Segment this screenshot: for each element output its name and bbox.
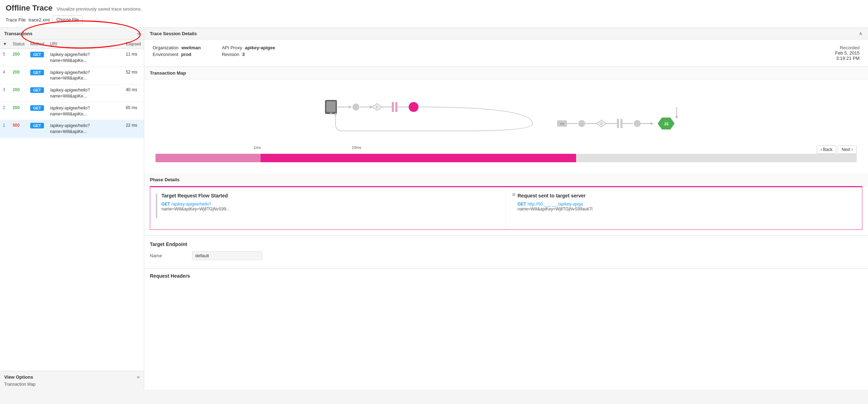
endpoint-name-value: default xyxy=(192,251,262,260)
phone-button xyxy=(330,112,332,114)
request-headers-title: Request Headers xyxy=(144,269,868,283)
revision-label: Revision xyxy=(222,52,240,57)
tx-uri: /apikey-apigee/hello? name=Will&apiKe... xyxy=(47,49,123,67)
session-details: Organization wwitman Environment prod AP… xyxy=(144,39,868,67)
table-row[interactable]: 4 200 GET /apikey-apigee/hello? name=Wil… xyxy=(0,67,144,84)
tx-status: 200 xyxy=(10,84,27,102)
col-elapsed: Elapsed xyxy=(123,39,144,49)
recorded-group: Recorded Feb 5, 2015 3:19:21 PM xyxy=(835,45,860,61)
tx-status: 200 xyxy=(10,67,27,84)
phase-card-2-url: GET http://50.___.__./apikey-apige xyxy=(518,201,593,207)
timeline-bar-magenta xyxy=(261,154,576,162)
flow-bar-1b xyxy=(395,102,397,112)
tx-uri: /apikey-apigee/hello? name=Will&apiKe... xyxy=(47,67,123,84)
tx-status: 500 xyxy=(10,120,27,138)
timeline-bar-pink xyxy=(155,154,261,162)
timeline-bar xyxy=(155,154,857,162)
choose-file-button[interactable]: Choose File xyxy=(52,15,83,24)
phase-card-2: Request sent to target server GET http:/… xyxy=(506,187,862,229)
tx-num: 1 xyxy=(0,120,10,138)
page-subtitle: Visualize previously saved trace session… xyxy=(57,6,142,12)
org-value: wwitman xyxy=(181,45,201,50)
recorded-label: Recorded xyxy=(835,45,860,50)
transactions-list-container: ▼ Status Method URI Elapsed 5 200 GET /a… xyxy=(0,39,144,371)
flow-node-1 xyxy=(352,103,359,111)
tx-elapsed: 52 ms xyxy=(123,67,144,84)
col-status: Status xyxy=(10,39,27,49)
tx-uri: /apikey-apigee/hello? name=Will&apiKe... xyxy=(47,84,123,102)
flow-diagram: F AX xyxy=(150,85,862,141)
trace-file-name: trace2.xml xyxy=(28,17,50,23)
flow-down-arrowhead xyxy=(675,116,678,119)
view-options-title: View Options xyxy=(4,374,33,380)
flow-bar-2a xyxy=(617,119,619,128)
col-sort[interactable]: ▼ xyxy=(0,39,10,49)
right-panel: Trace Session Details ∧ Organization wwi… xyxy=(144,28,868,390)
target-endpoint-section: Target Endpoint Name default xyxy=(144,235,868,269)
flow-bar-2b xyxy=(620,119,623,128)
org-env-group: Organization wwitman Environment prod xyxy=(153,45,201,61)
timeline-container: 1ms 10ms ‹ Back Next › xyxy=(150,143,862,168)
tx-elapsed: 65 ms xyxy=(123,102,144,120)
next-button[interactable]: Next › xyxy=(838,145,857,154)
collapse-panel-button[interactable]: « xyxy=(137,31,140,36)
phase-card-1-detail: name=Will&apiKey=Wj8TGjNvS99... xyxy=(161,207,230,212)
env-value: prod xyxy=(181,52,191,57)
phone-screen xyxy=(326,101,336,112)
api-proxy-label: API Proxy xyxy=(222,45,242,50)
phase-card-1-method: GET xyxy=(161,202,170,207)
col-uri: URI xyxy=(47,39,123,49)
flow-diamond-label-1: F xyxy=(376,106,378,109)
table-row[interactable]: 1 500 GET /apikey-apigee/hello? name=Wil… xyxy=(0,120,144,138)
transaction-map-title: Transaction Map xyxy=(144,67,868,80)
timeline-label-2: 10ms xyxy=(352,145,361,150)
phase-card-1-url: GET /apikey-apigee/hello? xyxy=(161,201,230,207)
endpoint-name-label: Name xyxy=(150,253,192,258)
tx-method: GET xyxy=(27,67,47,84)
flow-node-2 xyxy=(578,120,585,127)
proxy-revision-group: API Proxy apikey-apigee Revision 3 xyxy=(222,45,275,61)
phase-card-2-indicator xyxy=(512,193,516,196)
view-options-collapse-button[interactable]: « xyxy=(137,374,140,380)
view-options-item: Transaction Map xyxy=(4,382,140,387)
tx-method: GET xyxy=(27,102,47,120)
main-layout: Transactions « ▼ Status Method URI Elaps… xyxy=(0,28,868,390)
phase-details: Target Request Flow Started GET /apikey-… xyxy=(144,186,868,235)
recorded-block: Recorded Feb 5, 2015 3:19:21 PM xyxy=(835,45,860,61)
env-label: Environment xyxy=(153,52,178,57)
tx-elapsed: 11 ms xyxy=(123,49,144,67)
timeline-labels: 1ms 10ms xyxy=(155,145,857,152)
tx-method: GET xyxy=(27,49,47,67)
trace-session-title: Trace Session Details xyxy=(150,31,197,36)
transactions-title: Transactions xyxy=(4,31,32,36)
flow-ax-label: AX xyxy=(560,122,564,126)
phase-card-1-indicator xyxy=(156,194,157,218)
tx-num: 4 xyxy=(0,67,10,84)
timeline-nav: ‹ Back Next › xyxy=(817,145,857,154)
recorded-date: Feb 5, 2015 xyxy=(835,50,860,56)
right-panel-collapse-button[interactable]: ∧ xyxy=(859,31,862,36)
api-proxy-value: apikey-apigee xyxy=(245,45,275,50)
tx-uri: /apikey-apigee/hello? name=Will&apiKe... xyxy=(47,102,123,120)
timeline-label-1: 1ms xyxy=(254,145,261,150)
table-row[interactable]: 2 200 GET /apikey-apigee/hello? name=Wil… xyxy=(0,102,144,120)
table-row[interactable]: 3 200 GET /apikey-apigee/hello? name=Wil… xyxy=(0,84,144,102)
phase-details-title: Phase Details xyxy=(144,173,868,186)
table-row[interactable]: 5 200 GET /apikey-apigee/hello? name=Wil… xyxy=(0,49,144,67)
left-panel: Transactions « ▼ Status Method URI Elaps… xyxy=(0,28,144,390)
revision-item: Revision 3 xyxy=(222,52,275,57)
flow-js-label: JS xyxy=(664,122,668,126)
phase-cards-container: Target Request Flow Started GET /apikey-… xyxy=(150,186,862,230)
flow-arrow-3 xyxy=(651,122,653,125)
right-panel-header: Trace Session Details ∧ xyxy=(144,28,868,39)
flow-node-active xyxy=(409,102,419,112)
environment-item: Environment prod xyxy=(153,52,201,57)
flow-return-path xyxy=(336,107,532,131)
back-button[interactable]: ‹ Back xyxy=(817,145,836,154)
tx-elapsed: 40 ms xyxy=(123,84,144,102)
org-label: Organization xyxy=(153,45,179,50)
flow-diamond-label-2: F xyxy=(600,122,602,126)
transactions-table: ▼ Status Method URI Elapsed 5 200 GET /a… xyxy=(0,39,144,138)
endpoint-name-row: Name default xyxy=(150,251,862,260)
tx-status: 200 xyxy=(10,49,27,67)
